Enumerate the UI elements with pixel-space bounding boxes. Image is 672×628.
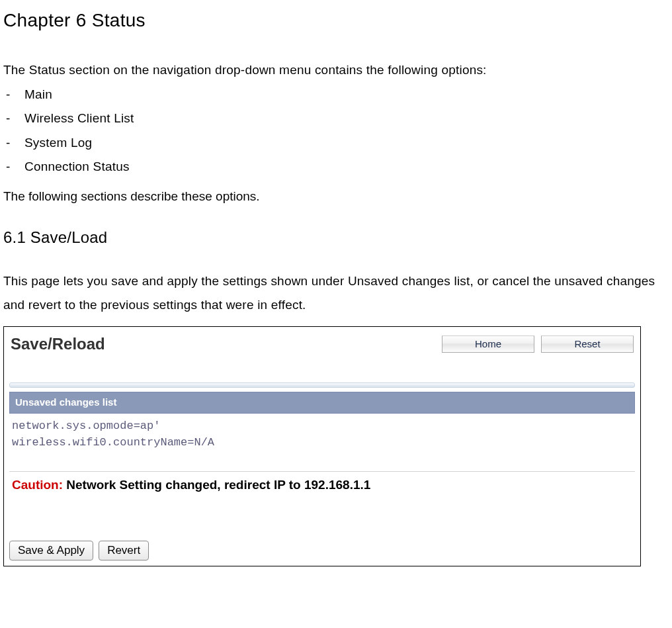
unsaved-changes-code: network.sys.opmode=ap' wireless.wifi0.co…	[9, 416, 635, 472]
divider-bar	[9, 382, 635, 388]
home-button[interactable]: Home	[442, 336, 534, 353]
intro-text: The Status section on the navigation dro…	[3, 61, 669, 80]
list-item: -System Log	[3, 134, 669, 153]
section-text: This page lets you save and apply the se…	[3, 269, 669, 317]
unsaved-changes-header: Unsaved changes list	[9, 392, 635, 414]
reset-button[interactable]: Reset	[541, 336, 634, 353]
options-list: -Main -Wireless Client List -System Log …	[3, 85, 669, 177]
revert-button[interactable]: Revert	[99, 541, 149, 561]
save-apply-button[interactable]: Save & Apply	[9, 541, 93, 561]
list-item: -Wireless Client List	[3, 109, 669, 128]
list-item: -Connection Status	[3, 157, 669, 177]
bottom-button-group: Save & Apply Revert	[9, 541, 635, 561]
caution-text: Network Setting changed, redirect IP to …	[63, 478, 370, 492]
caution-row: Caution: Network Setting changed, redire…	[9, 476, 635, 495]
top-button-group: Home Reset	[442, 336, 634, 353]
save-reload-screenshot: Save/Reload Home Reset Unsaved changes l…	[3, 326, 641, 566]
chapter-title: Chapter 6 Status	[3, 7, 669, 34]
caution-label: Caution:	[12, 478, 63, 492]
save-reload-title: Save/Reload	[11, 332, 105, 356]
list-item: -Main	[3, 85, 669, 105]
description-text: The following sections describe these op…	[3, 187, 669, 206]
section-heading: 6.1 Save/Load	[3, 226, 669, 249]
screenshot-header: Save/Reload Home Reset	[4, 327, 640, 359]
